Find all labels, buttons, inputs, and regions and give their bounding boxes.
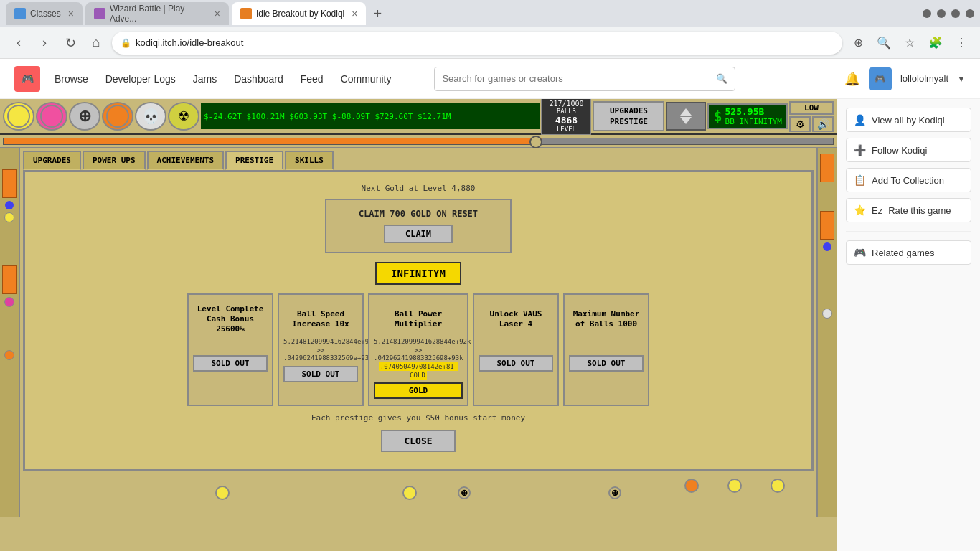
tab-skills[interactable]: SKILLS <box>285 151 334 170</box>
game-board: UPGRADES POWER UPS ACHIEVEMENTS PRESTIGE… <box>0 148 837 517</box>
tab-idle-label: Idle Breakout by Kodiqi <box>256 9 344 19</box>
back-button[interactable]: ‹ <box>9 33 29 53</box>
menu-icon[interactable]: ⋮ <box>951 33 971 53</box>
right-sidebar: 👤 View all by Kodiqi ➕ Follow Kodiqi 📋 A… <box>837 99 980 551</box>
tab-classes-label: Classes <box>30 9 61 19</box>
game-area: ⊕ 💀 ☢ $-24.62T $100.21M $603.93T $-88.09… <box>0 99 837 551</box>
card-speed-btn[interactable]: SOLD OUT <box>283 366 358 382</box>
game-bottom: ⊕ ⊕ <box>23 471 814 514</box>
tab-wizard-icon <box>94 8 105 19</box>
progress-bar-container <box>3 138 834 145</box>
username: lollololmyalt <box>900 73 948 84</box>
address-text: kodiqi.itch.io/idle-breakout <box>136 37 834 48</box>
tab-prestige[interactable]: PRESTIGE <box>225 151 283 170</box>
card-vaus-btn[interactable]: SOLD OUT <box>479 355 553 372</box>
main-layout: ⊕ 💀 ☢ $-24.62T $100.21M $603.93T $-88.09… <box>0 99 980 551</box>
yellow-ball-button[interactable] <box>3 102 34 131</box>
add-collection-label: Add To Collection <box>872 175 944 186</box>
extensions-icon[interactable]: 🧩 <box>925 33 946 53</box>
view-all-icon: 👤 <box>854 114 866 126</box>
card-power-price: 5.214812099941628844e+92k>>.042962419883… <box>374 338 463 380</box>
sidebar-divider <box>846 231 971 232</box>
progress-bar-fill <box>4 138 542 144</box>
nav-community[interactable]: Community <box>341 73 392 85</box>
money-ticker-text: $-24.62T $100.21M $603.93T $-88.09T $729… <box>204 112 451 121</box>
home-button[interactable]: ⌂ <box>86 33 106 53</box>
tab-achievements[interactable]: ACHIEVEMENTS <box>147 151 224 170</box>
tab-bar: Classes × Wizard Battle | Play Adve... ×… <box>0 0 980 27</box>
tab-wizard-label: Wizard Battle | Play Adve... <box>110 4 207 24</box>
close-button[interactable]: CLOSE <box>381 430 455 452</box>
modal-subtitle: Next Gold at Level 4,880 <box>34 184 803 193</box>
nuclear-ball-button[interactable]: ☢ <box>168 102 199 131</box>
skull-ball-button[interactable]: 💀 <box>135 102 166 131</box>
view-all-button[interactable]: 👤 View all by Kodiqi <box>846 108 971 132</box>
nav-browse[interactable]: Browse <box>55 73 88 85</box>
reload-button[interactable]: ↻ <box>60 33 80 53</box>
itchio-nav: Browse Developer Logs Jams Dashboard Fee… <box>55 73 391 85</box>
add-collection-button[interactable]: 📋 Add To Collection <box>846 168 971 192</box>
progress-ball-indicator <box>529 136 542 149</box>
game-topbar: ⊕ 💀 ☢ $-24.62T $100.21M $603.93T $-88.09… <box>0 99 837 135</box>
nav-feed[interactable]: Feed <box>301 73 324 85</box>
search-nav-icon[interactable]: 🔍 <box>874 33 894 53</box>
nav-dashboard[interactable]: Dashboard <box>234 73 283 85</box>
tab-power-ups[interactable]: POWER UPS <box>83 151 146 170</box>
search-input[interactable] <box>442 73 710 84</box>
prestige-arrows[interactable] <box>666 102 706 131</box>
upgrade-card-ball-speed: Ball Speed Increase 10x 5.21481209994162… <box>278 293 364 406</box>
card-speed-title: Ball Speed Increase 10x <box>283 301 358 338</box>
card-power-btn[interactable]: GOLD <box>374 382 463 399</box>
notification-bell-icon[interactable]: 🔔 <box>844 71 860 87</box>
nav-developer-logs[interactable]: Developer Logs <box>105 73 176 85</box>
upgrades-prestige-button[interactable]: UPGRADES PRESTIGE <box>593 101 664 132</box>
tab-classes[interactable]: Classes × <box>6 2 83 25</box>
tab-upgrades[interactable]: UPGRADES <box>23 151 81 170</box>
pink-ball-button[interactable] <box>36 102 67 131</box>
address-bar[interactable]: 🔒 kodiqi.itch.io/idle-breakout <box>112 32 842 55</box>
settings-button[interactable]: ⚙ <box>789 116 811 132</box>
upgrade-cards-row: Level Complete Cash Bonus 25600% SOLD OU… <box>34 293 803 406</box>
cash-amount: 525.95B <box>725 106 782 117</box>
forward-button[interactable]: › <box>34 33 55 53</box>
card-maxballs-title: Maximum Number of Balls 1000 <box>569 301 644 338</box>
new-tab-button[interactable]: + <box>369 6 386 22</box>
search-box: 🔍 <box>434 67 735 91</box>
rate-button[interactable]: ⭐ Ez Rate this game <box>846 198 971 222</box>
money-ticker: $-24.62T $100.21M $603.93T $-88.09T $729… <box>201 103 540 129</box>
related-games-icon: 🎮 <box>854 247 866 258</box>
upgrade-card-max-balls: Maximum Number of Balls 1000 SOLD OUT <box>563 293 649 406</box>
sound-button[interactable]: 🔊 <box>812 116 834 132</box>
rate-label-main: Rate this game <box>888 205 951 216</box>
translate-icon[interactable]: ⊕ <box>848 33 868 53</box>
claim-button[interactable]: CLAIM <box>384 225 453 243</box>
rate-icon: ⭐ <box>854 204 866 216</box>
bb-text: BB INFINITYM <box>725 117 782 126</box>
tab-wizard-close[interactable]: × <box>215 8 220 19</box>
orange-ball-button[interactable] <box>102 102 133 131</box>
upgrade-card-ball-power: Ball Power Multiplier 5.2148120999416288… <box>368 293 468 406</box>
user-dropdown-arrow[interactable]: ▼ <box>957 74 966 84</box>
tab-idle[interactable]: Idle Breakout by Kodiqi × <box>232 2 367 25</box>
nav-jams[interactable]: Jams <box>193 73 217 85</box>
bookmark-icon[interactable]: ☆ <box>900 33 920 53</box>
add-ball-button[interactable]: ⊕ <box>69 102 100 131</box>
dollar-sign: $ <box>713 108 722 125</box>
infinitym-container: INFINITYM <box>34 262 803 285</box>
card-level-btn[interactable]: SOLD OUT <box>193 355 268 372</box>
follow-button[interactable]: ➕ Follow Kodiqi <box>846 138 971 162</box>
card-maxballs-btn[interactable]: SOLD OUT <box>569 355 644 372</box>
upgrades-prestige-label: UPGRADES PRESTIGE <box>601 105 656 128</box>
view-all-label: View all by Kodiqi <box>872 115 945 126</box>
game-tabs: UPGRADES POWER UPS ACHIEVEMENTS PRESTIGE… <box>23 151 814 170</box>
balls-label: BALLS <box>548 108 584 115</box>
cash-display: $ 525.95B BB INFINITYM <box>707 103 788 129</box>
card-level-title: Level Complete Cash Bonus 25600% <box>193 301 268 338</box>
tab-idle-icon <box>240 8 252 19</box>
tab-classes-close[interactable]: × <box>68 8 74 19</box>
user-avatar: 🎮 <box>869 67 892 90</box>
tab-wizard[interactable]: Wizard Battle | Play Adve... × <box>85 2 229 25</box>
tab-idle-close[interactable]: × <box>352 8 357 19</box>
related-games-button[interactable]: 🎮 Related games <box>846 240 971 265</box>
follow-label: Follow Kodiqi <box>872 145 927 156</box>
